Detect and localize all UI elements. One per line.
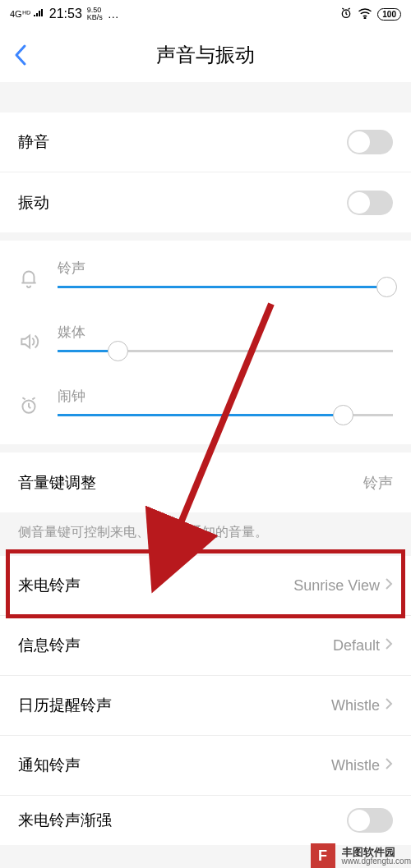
- status-time: 21:53: [49, 7, 82, 21]
- ringtone-slider-label: 铃声: [58, 259, 393, 278]
- notification-ringtone-label: 通知铃声: [18, 755, 81, 776]
- bell-icon: [18, 267, 43, 292]
- ringtone-volume-row: 铃声: [18, 259, 393, 301]
- vibrate-toggle[interactable]: [347, 191, 393, 215]
- alarm-slider[interactable]: [58, 414, 393, 416]
- volume-key-adjust-label: 音量键调整: [18, 472, 96, 494]
- media-slider[interactable]: [58, 350, 393, 352]
- mute-row[interactable]: 静音: [0, 113, 411, 172]
- chevron-right-icon: [385, 697, 393, 714]
- mute-toggle[interactable]: [347, 130, 393, 154]
- back-button[interactable]: [0, 28, 41, 82]
- vibrate-row[interactable]: 振动: [0, 172, 411, 232]
- ringtone-slider[interactable]: [58, 286, 393, 288]
- alarm-icon: [339, 7, 353, 22]
- message-ringtone-label: 信息铃声: [18, 635, 81, 656]
- mode-toggles-group: 静音 振动: [0, 113, 411, 232]
- message-ringtone-value: Default: [333, 637, 380, 654]
- svg-point-1: [365, 17, 367, 19]
- calendar-ringtone-label: 日历提醒铃声: [18, 695, 112, 716]
- alarm-volume-row: 闹钟: [18, 387, 393, 429]
- calendar-ringtone-value: Whistle: [331, 697, 380, 714]
- wifi-icon: [358, 7, 372, 21]
- chevron-right-icon: [385, 637, 393, 654]
- call-ringtone-value: Sunrise View: [293, 577, 380, 595]
- ringtone-settings-group: 来电铃声 Sunrise View 信息铃声 Default 日历提醒铃声 Wh…: [0, 556, 411, 845]
- message-ringtone-row[interactable]: 信息铃声 Default: [0, 616, 411, 676]
- speaker-icon: [18, 331, 43, 356]
- alarm-slider-label: 闹钟: [58, 387, 393, 406]
- notification-ringtone-value: Whistle: [331, 757, 380, 774]
- rising-ringtone-toggle[interactable]: [347, 808, 393, 833]
- header-bar: 声音与振动: [0, 28, 411, 82]
- volume-key-adjust-value: 铃声: [363, 473, 393, 493]
- chevron-right-icon: [385, 577, 393, 594]
- volume-key-adjust-row[interactable]: 音量键调整 铃声: [0, 452, 411, 512]
- watermark: F 丰图软件园 www.dgfengtu.com: [311, 843, 412, 868]
- media-slider-label: 媒体: [58, 323, 393, 342]
- calendar-ringtone-row[interactable]: 日历提醒铃声 Whistle: [0, 676, 411, 736]
- battery-indicator: 100: [377, 8, 401, 21]
- watermark-logo-icon: F: [311, 843, 335, 868]
- volume-sliders-group: 铃声 媒体 闹钟: [0, 241, 411, 444]
- rising-ringtone-row[interactable]: 来电铃声渐强: [0, 796, 411, 845]
- watermark-name: 丰图软件园: [342, 847, 412, 857]
- more-dots-icon: …: [108, 7, 120, 21]
- clock-icon: [18, 395, 43, 420]
- call-ringtone-row[interactable]: 来电铃声 Sunrise View: [0, 556, 411, 616]
- chevron-right-icon: [385, 757, 393, 774]
- vibrate-label: 振动: [18, 192, 49, 214]
- call-ringtone-label: 来电铃声: [18, 575, 81, 596]
- watermark-url: www.dgfengtu.com: [342, 857, 412, 866]
- mute-label: 静音: [18, 131, 49, 153]
- data-speed: 9.50KB/s: [87, 7, 103, 21]
- volume-key-hint: 侧音量键可控制来电、信息和通知的音量。: [0, 512, 411, 556]
- rising-ringtone-label: 来电铃声渐强: [18, 810, 112, 831]
- signal-icon: 4Gᴴᴰ: [10, 9, 44, 20]
- status-bar: 4Gᴴᴰ 21:53 9.50KB/s … 100: [0, 0, 411, 28]
- notification-ringtone-row[interactable]: 通知铃声 Whistle: [0, 736, 411, 796]
- media-volume-row: 媒体: [18, 323, 393, 365]
- page-title: 声音与振动: [0, 42, 411, 68]
